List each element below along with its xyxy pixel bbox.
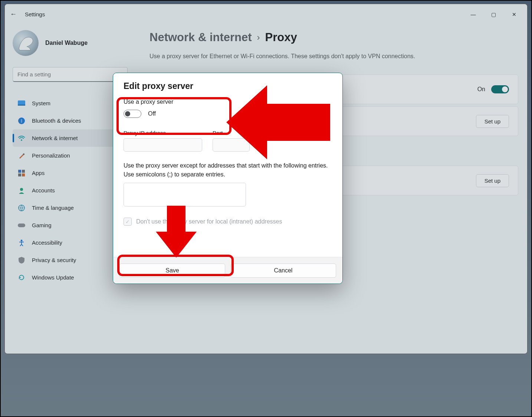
- svg-rect-12: [18, 224, 25, 227]
- sidebar-item-label: Gaming: [32, 222, 52, 228]
- sidebar-item-label: Accessibility: [32, 239, 62, 246]
- dialog-footer: Save Cancel: [113, 257, 342, 284]
- maximize-button[interactable]: ▢: [483, 4, 504, 24]
- back-arrow-icon[interactable]: ←: [10, 10, 17, 18]
- sidebar-item-label: Windows Update: [32, 274, 74, 281]
- cancel-button[interactable]: Cancel: [230, 264, 336, 278]
- exceptions-input[interactable]: [124, 183, 246, 206]
- user-name: Daniel Wabuge: [45, 40, 88, 46]
- svg-rect-6: [18, 170, 21, 173]
- sidebar-item-label: Privacy & security: [32, 257, 76, 263]
- update-icon: [18, 274, 25, 281]
- avatar: [13, 30, 39, 56]
- page-description: Use a proxy server for Ethernet or Wi-Fi…: [150, 53, 518, 60]
- search-input[interactable]: [17, 71, 119, 77]
- close-button[interactable]: ✕: [504, 4, 524, 24]
- svg-point-10: [20, 188, 23, 191]
- brush-icon: [18, 152, 25, 159]
- wifi-icon: [18, 135, 25, 142]
- search-box[interactable]: ⌕: [13, 67, 128, 82]
- gamepad-icon: [18, 222, 25, 229]
- app-title: Settings: [25, 11, 45, 17]
- sidebar-item-label: Network & internet: [32, 135, 78, 141]
- svg-point-4: [21, 139, 22, 141]
- svg-rect-1: [18, 105, 25, 106]
- shield-icon: [18, 257, 25, 264]
- detect-status-label: On: [477, 86, 485, 93]
- breadcrumb: Network & internet › Proxy: [150, 31, 518, 44]
- accessibility-icon: [18, 239, 25, 246]
- sidebar-item-label: Time & language: [32, 205, 74, 211]
- use-proxy-state: Off: [148, 110, 156, 117]
- save-button[interactable]: Save: [119, 264, 225, 278]
- svg-rect-8: [18, 173, 21, 176]
- svg-rect-7: [22, 170, 25, 173]
- proxy-ip-input[interactable]: [124, 138, 202, 152]
- titlebar: ← Settings — ▢ ✕: [5, 4, 527, 24]
- person-icon: [18, 187, 25, 194]
- arrow-left-icon: [226, 82, 330, 163]
- bluetooth-icon: ᛒ: [18, 117, 25, 125]
- sidebar-item-label: System: [32, 100, 50, 106]
- sidebar-item-label: Accounts: [32, 187, 55, 193]
- sidebar-item-label: Personalization: [32, 152, 70, 159]
- svg-point-13: [21, 239, 23, 241]
- svg-text:ᛒ: ᛒ: [20, 119, 23, 123]
- sidebar-item-label: Apps: [32, 170, 45, 176]
- proxy-ip-label: Proxy IP address: [124, 130, 202, 136]
- exceptions-description: Use the proxy server except for addresse…: [124, 161, 332, 179]
- svg-rect-9: [22, 173, 25, 176]
- apps-icon: [18, 169, 25, 177]
- globe-icon: [18, 204, 25, 212]
- arrow-down-icon: [156, 206, 197, 258]
- use-proxy-toggle[interactable]: [124, 110, 141, 118]
- system-icon: [18, 100, 25, 107]
- user-profile[interactable]: Daniel Wabuge: [13, 30, 133, 56]
- sidebar-item-label: Bluetooth & devices: [32, 118, 81, 124]
- breadcrumb-current: Proxy: [265, 31, 297, 44]
- local-addresses-checkbox[interactable]: ✓: [124, 218, 132, 226]
- breadcrumb-parent[interactable]: Network & internet: [150, 31, 252, 44]
- svg-marker-15: [156, 206, 197, 258]
- detect-toggle[interactable]: [491, 85, 509, 93]
- svg-marker-14: [226, 85, 330, 159]
- chevron-right-icon: ›: [257, 32, 260, 43]
- minimize-button[interactable]: —: [463, 4, 483, 24]
- setup-manual-button[interactable]: Set up: [476, 174, 509, 187]
- setup-script-button[interactable]: Set up: [476, 115, 509, 128]
